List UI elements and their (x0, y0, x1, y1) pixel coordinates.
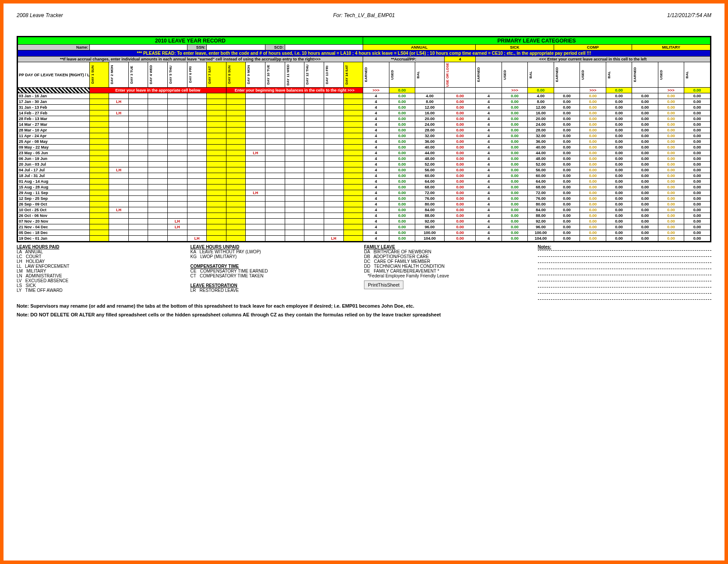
day-cell[interactable] (304, 196, 324, 202)
day-cell[interactable]: LH (246, 150, 265, 156)
day-cell[interactable] (285, 99, 304, 105)
day-cell[interactable] (187, 139, 207, 145)
day-cell[interactable] (207, 150, 226, 156)
day-cell[interactable] (207, 122, 226, 128)
day-cell[interactable] (128, 139, 148, 145)
day-cell[interactable] (148, 93, 168, 99)
day-cell[interactable] (187, 184, 207, 190)
day-cell[interactable] (265, 167, 285, 173)
day-cell[interactable] (187, 196, 207, 202)
day-cell[interactable] (285, 145, 304, 150)
day-cell[interactable]: LH (109, 99, 129, 105)
day-cell[interactable] (226, 110, 246, 116)
day-cell[interactable] (109, 93, 129, 99)
day-cell[interactable] (109, 162, 129, 167)
day-cell[interactable] (304, 236, 324, 241)
day-cell[interactable] (128, 110, 148, 116)
day-cell[interactable] (324, 139, 343, 145)
day-cell[interactable] (187, 179, 207, 184)
day-cell[interactable] (148, 179, 168, 184)
day-cell[interactable] (324, 162, 343, 167)
day-cell[interactable] (343, 150, 363, 156)
day-cell[interactable] (324, 224, 343, 230)
day-cell[interactable] (89, 139, 109, 145)
day-cell[interactable] (285, 162, 304, 167)
day-cell[interactable] (285, 224, 304, 230)
day-cell[interactable] (265, 230, 285, 236)
day-cell[interactable]: LH (168, 224, 187, 230)
day-cell[interactable] (226, 116, 246, 122)
day-cell[interactable] (89, 156, 109, 162)
day-cell[interactable] (109, 184, 129, 190)
day-cell[interactable] (324, 167, 343, 173)
day-cell[interactable] (265, 105, 285, 110)
day-cell[interactable] (265, 213, 285, 219)
day-cell[interactable] (148, 162, 168, 167)
day-cell[interactable] (187, 145, 207, 150)
day-cell[interactable] (168, 105, 187, 110)
day-cell[interactable] (168, 150, 187, 156)
day-cell[interactable] (304, 122, 324, 128)
day-cell[interactable] (128, 105, 148, 110)
day-cell[interactable] (324, 133, 343, 139)
day-cell[interactable] (207, 99, 226, 105)
day-cell[interactable] (89, 167, 109, 173)
day-cell[interactable] (207, 110, 226, 116)
day-cell[interactable] (89, 116, 109, 122)
day-cell[interactable] (265, 202, 285, 207)
init-cell-6[interactable]: 0.00 (528, 88, 554, 93)
day-cell[interactable] (304, 99, 324, 105)
day-cell[interactable] (343, 224, 363, 230)
day-cell[interactable] (226, 105, 246, 110)
day-cell[interactable] (265, 150, 285, 156)
day-cell[interactable] (246, 99, 265, 105)
day-cell[interactable] (246, 145, 265, 150)
day-cell[interactable] (304, 230, 324, 236)
day-cell[interactable] (343, 105, 363, 110)
day-cell[interactable] (226, 167, 246, 173)
init-cell-3[interactable] (445, 88, 476, 93)
day-cell[interactable] (285, 179, 304, 184)
day-cell[interactable] (109, 230, 129, 236)
init-cell-8[interactable]: >>> (580, 88, 606, 93)
day-cell[interactable] (187, 190, 207, 196)
init-cell-0[interactable]: >>> (363, 88, 389, 93)
day-cell[interactable] (187, 110, 207, 116)
day-cell[interactable] (109, 105, 129, 110)
accrual-value[interactable]: 4 (445, 57, 476, 62)
day-cell[interactable] (265, 133, 285, 139)
day-cell[interactable] (187, 99, 207, 105)
day-cell[interactable] (128, 145, 148, 150)
day-cell[interactable] (168, 110, 187, 116)
day-cell[interactable] (343, 93, 363, 99)
day-cell[interactable] (304, 156, 324, 162)
day-cell[interactable] (285, 213, 304, 219)
day-cell[interactable] (285, 110, 304, 116)
day-cell[interactable] (304, 173, 324, 179)
day-cell[interactable] (265, 162, 285, 167)
day-cell[interactable] (89, 162, 109, 167)
notes-line[interactable] (538, 263, 712, 269)
day-cell[interactable] (207, 167, 226, 173)
day-cell[interactable] (109, 219, 129, 224)
day-cell[interactable] (168, 133, 187, 139)
day-cell[interactable] (168, 139, 187, 145)
day-cell[interactable] (246, 179, 265, 184)
day-cell[interactable] (343, 173, 363, 179)
day-cell[interactable] (226, 122, 246, 128)
day-cell[interactable] (128, 224, 148, 230)
day-cell[interactable] (226, 173, 246, 179)
day-cell[interactable] (285, 230, 304, 236)
day-cell[interactable] (187, 150, 207, 156)
notes-line[interactable] (538, 287, 712, 294)
day-cell[interactable] (109, 128, 129, 133)
day-cell[interactable] (324, 110, 343, 116)
day-cell[interactable] (148, 167, 168, 173)
day-cell[interactable] (128, 202, 148, 207)
day-cell[interactable] (246, 139, 265, 145)
day-cell[interactable] (207, 196, 226, 202)
day-cell[interactable] (226, 156, 246, 162)
day-cell[interactable] (168, 162, 187, 167)
day-cell[interactable] (187, 230, 207, 236)
day-cell[interactable] (246, 122, 265, 128)
